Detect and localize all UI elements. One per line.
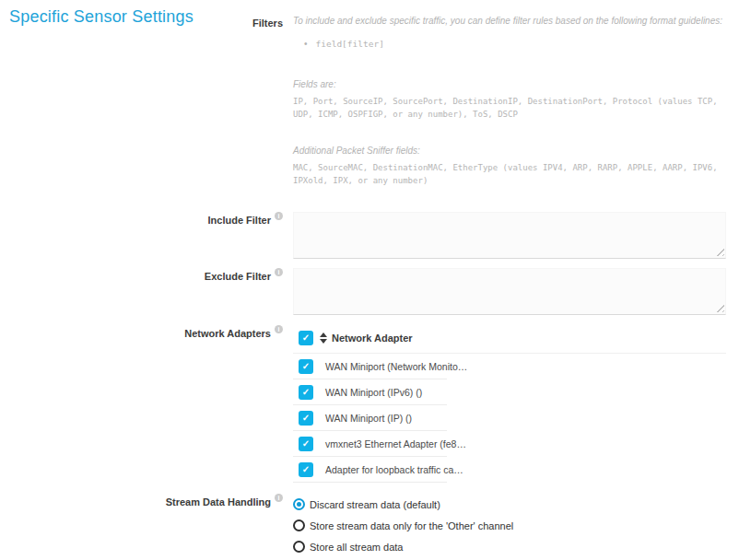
radio-option-discard[interactable]: Discard stream data (default) (293, 494, 726, 515)
radio-option-store-all[interactable]: Store all stream data (293, 536, 726, 557)
table-row: ✓ Adapter for loopback traffic ca… (293, 457, 447, 483)
select-all-checkbox[interactable]: ✓ (299, 331, 313, 345)
include-filter-content (293, 212, 726, 259)
table-row: ✓ WAN Miniport (IP) () (293, 405, 447, 431)
filter-format-code: field[filter] (316, 38, 384, 51)
checkmark-icon: ✓ (302, 388, 310, 397)
specific-sensor-settings-page: Specific Sensor Settings Filters To incl… (0, 0, 739, 560)
radio-label: Store all stream data (310, 542, 404, 553)
checkmark-icon: ✓ (302, 333, 310, 343)
include-filter-label-col: Include Filter i (0, 212, 283, 227)
bullet-icon: • (304, 38, 308, 51)
table-row: ✓ WAN Miniport (IPv6) () (293, 379, 447, 405)
radio-option-store-other[interactable]: Store stream data only for the 'Other' c… (293, 515, 726, 536)
table-row: ✓ vmxnet3 Ethernet Adapter (fe8… (293, 431, 447, 457)
exclude-filter-field-wrap (293, 268, 726, 315)
info-icon[interactable]: i (275, 325, 283, 333)
checkmark-icon: ✓ (302, 362, 310, 371)
info-icon[interactable]: i (275, 268, 283, 276)
page-title: Specific Sensor Settings (9, 7, 194, 27)
network-adapters-table: ✓ Network Adapter ✓ WAN Miniport (Networ… (293, 325, 726, 483)
adapter-column-header: Network Adapter (332, 332, 413, 344)
include-filter-label: Include Filter (208, 214, 271, 227)
network-adapters-label: Network Adapters (184, 327, 271, 340)
exclude-filter-label: Exclude Filter (205, 270, 271, 283)
table-row: ✓ WAN Miniport (Network Monito… (293, 354, 447, 379)
info-icon[interactable]: i (275, 212, 283, 220)
stream-data-handling-label: Stream Data Handling (166, 496, 271, 508)
exclude-filter-label-col: Exclude Filter i (0, 268, 283, 283)
radio-icon[interactable] (293, 498, 305, 510)
stream-data-handling-label-col: Stream Data Handling i (0, 494, 283, 508)
filters-intro-text: To include and exclude specific traffic,… (293, 15, 726, 28)
adapter-name: WAN Miniport (IPv6) () (325, 387, 422, 398)
filters-label: Filters (252, 17, 283, 29)
exclude-filter-row: Exclude Filter i (0, 268, 739, 315)
info-icon[interactable]: i (275, 494, 283, 502)
adapter-checkbox[interactable]: ✓ (299, 462, 313, 477)
include-filter-row: Include Filter i (0, 212, 739, 259)
stream-data-handling-row: Stream Data Handling i Discard stream da… (0, 494, 739, 557)
checkmark-icon: ✓ (302, 414, 310, 423)
adapter-checkbox[interactable]: ✓ (299, 385, 313, 400)
network-adapters-label-col: Network Adapters i (0, 325, 283, 340)
sort-icon[interactable] (320, 332, 327, 344)
network-adapters-row: Network Adapters i ✓ Network Adapter ✓ W… (0, 325, 739, 483)
exclude-filter-content (293, 268, 726, 315)
adapter-name: vmxnet3 Ethernet Adapter (fe8… (325, 438, 466, 449)
radio-label: Discard stream data (default) (310, 499, 440, 510)
adapter-name: WAN Miniport (IP) () (325, 413, 412, 424)
radio-label: Store stream data only for the 'Other' c… (310, 520, 513, 531)
stream-data-handling-options: Discard stream data (default) Store stre… (293, 494, 726, 557)
checkmark-icon: ✓ (302, 465, 310, 474)
filter-format-item: • field[filter] (293, 38, 726, 51)
checkmark-icon: ✓ (302, 439, 310, 449)
adapter-checkbox[interactable]: ✓ (299, 411, 313, 426)
fields-are-label: Fields are: (293, 78, 726, 91)
include-filter-input[interactable] (293, 212, 726, 259)
include-filter-field-wrap (293, 212, 726, 259)
additional-fields-list: MAC, SourceMAC, DestinationMAC, EtherTyp… (293, 161, 726, 187)
adapter-checkbox[interactable]: ✓ (299, 359, 313, 374)
adapter-name: WAN Miniport (Network Monito… (325, 361, 467, 372)
fields-list: IP, Port, SourceIP, SourcePort, Destinat… (293, 95, 726, 121)
adapter-table-header: ✓ Network Adapter (293, 325, 726, 354)
exclude-filter-input[interactable] (293, 268, 726, 315)
radio-icon[interactable] (293, 519, 305, 531)
settings-form: Filters To include and exclude specific … (0, 0, 739, 557)
filters-description: To include and exclude specific traffic,… (293, 15, 726, 187)
filters-row: Filters To include and exclude specific … (0, 15, 739, 187)
adapter-name: Adapter for loopback traffic ca… (325, 464, 463, 475)
radio-icon[interactable] (293, 541, 305, 553)
adapter-checkbox[interactable]: ✓ (299, 437, 313, 451)
additional-fields-label: Additional Packet Sniffer fields: (293, 145, 726, 158)
adapter-rows: ✓ WAN Miniport (Network Monito… ✓ WAN Mi… (293, 354, 447, 483)
